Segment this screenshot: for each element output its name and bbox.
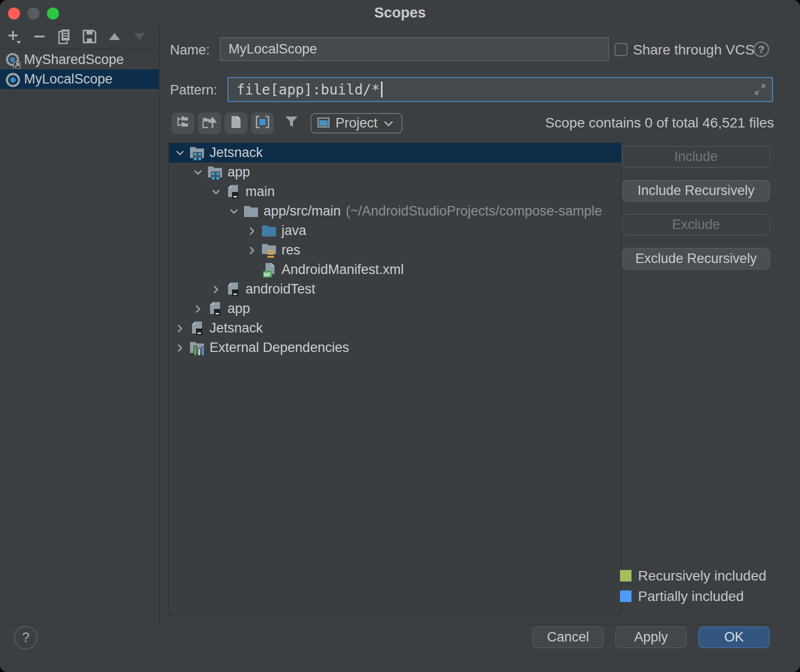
ok-button[interactable]: OK [698,626,770,648]
tree-view-toolbar: Project [172,112,402,134]
svg-text:MF: MF [264,272,271,277]
local-scope-icon [5,72,20,87]
source-folder-icon [261,223,277,239]
tree-node-path-annotation: (~/AndroidStudioProjects/compose-sample [346,204,602,219]
tree-row-java[interactable]: java [169,221,621,240]
cancel-button[interactable]: Cancel [532,626,604,648]
scope-list: MySharedScope MyLocalScope [0,50,159,89]
tree-node-label: app/src/main [264,204,341,219]
move-up-scope-button[interactable] [107,29,122,46]
legend-label: Recursively included [638,568,766,584]
tree-node-label: External Dependencies [210,340,349,356]
compact-folders-icon [202,115,217,131]
dialog-title: Scopes [0,0,800,25]
chevron-right-icon[interactable] [246,224,258,238]
tree-node-label: AndroidManifest.xml [282,262,404,278]
tree-row-main[interactable]: main [169,182,621,202]
dialog-buttons: CancelApplyOK [532,626,770,648]
legend: Recursively included Partially included [620,566,766,606]
tree-row-androidmanifest-xml[interactable]: MFAndroidManifest.xml [169,260,621,280]
legend-label: Partially included [638,588,744,604]
include-exclude-buttons: IncludeInclude RecursivelyExcludeExclude… [622,146,770,282]
scope-list-item-mysharedscope[interactable]: MySharedScope [0,50,159,70]
pattern-label: Pattern: [170,82,218,98]
copy-scope-button[interactable] [57,29,72,46]
text-caret [381,82,382,98]
chevron-right-icon[interactable] [210,283,222,296]
save-icon [82,29,97,46]
remove-scope-button[interactable] [32,29,47,46]
tree-node-label: main [246,184,275,200]
scope-list-toolbar [0,26,159,50]
exclude-recursively-button[interactable]: Exclude Recursively [622,248,770,270]
include-recursively-button[interactable]: Include Recursively [622,180,770,202]
chevron-right-icon[interactable] [192,302,204,316]
tree-row-app-src-main[interactable]: app/src/main(~/AndroidStudioProjects/com… [169,202,621,221]
scope-name: MySharedScope [24,52,124,68]
project-view-icon [318,116,330,131]
expand-field-icon[interactable] [753,82,767,100]
chevron-down-icon[interactable] [228,205,240,218]
chevron-down-icon[interactable] [210,186,222,198]
chevron-down-icon[interactable] [174,146,186,160]
title-bar: Scopes [0,0,800,25]
libraries-folder-icon [189,340,205,356]
project-view-dropdown[interactable]: Project [310,113,402,134]
chevron-right-icon[interactable] [174,322,186,335]
share-through-vcs-checkbox[interactable] [614,43,628,56]
folder-icon [243,204,259,220]
include-button: Include [622,146,770,168]
chevron-right-icon[interactable] [174,342,186,354]
footer-bar: ? CancelApplyOK [0,624,800,672]
chevron-right-icon[interactable] [246,244,258,257]
tree-node-label: androidTest [246,282,316,297]
tree-structure-toggle-button[interactable] [172,112,194,134]
tree-row-external-dependencies[interactable]: External Dependencies [169,338,621,358]
chevron-down-icon [384,116,394,131]
vcs-help-icon[interactable]: ? [754,42,769,57]
exclude-button: Exclude [622,214,770,236]
tree-row-androidtest[interactable]: androidTest [169,280,621,299]
android-module-folder-icon [207,164,223,180]
scope-name-input[interactable]: MyLocalScope [220,38,609,61]
scope-name: MyLocalScope [24,72,112,87]
scope-list-item-mylocalscope[interactable]: MyLocalScope [0,70,159,89]
add-icon [7,28,22,46]
tree-row-jetsnack[interactable]: Jetsnack [169,143,621,162]
scope-summary: Scope contains 0 of total 46,521 files [545,115,774,131]
module-icon [225,184,241,200]
file-tree: Jetsnackappmainapp/src/main(~/AndroidStu… [168,142,622,614]
tree-row-app[interactable]: app [169,162,621,182]
compact-folders-toggle-button[interactable] [198,112,221,134]
scope-list-panel: MySharedScope MyLocalScope [0,26,160,624]
legend-item: Recursively included [620,566,766,586]
module-icon [207,301,223,317]
tree-node-label: Jetsnack [210,145,263,160]
module-icon [189,320,205,336]
add-scope-button[interactable] [7,29,22,46]
help-button[interactable]: ? [14,626,38,650]
tree-row-jetsnack[interactable]: Jetsnack [169,318,621,338]
move-down-scope-button[interactable] [132,29,147,46]
show-files-toggle-button[interactable] [224,112,248,134]
legend-color-swatch [620,590,632,602]
pattern-input[interactable]: file[app]:build/* [228,77,773,102]
project-view-label: Project [336,116,378,131]
chevron-down-icon[interactable] [192,166,204,179]
tree-node-label: app [228,164,250,180]
tree-node-label: java [282,223,306,238]
filter-button[interactable] [280,112,302,134]
tree-row-res[interactable]: res [169,240,621,260]
filter-icon [284,115,298,131]
name-label: Name: [170,42,210,58]
tree-node-label: Jetsnack [210,320,263,336]
scopes-dialog: Scopes MySharedScope MyLocalScope Name: … [0,0,800,672]
move-up-icon [108,32,121,44]
resources-folder-icon [261,242,277,258]
save-scope-button[interactable] [82,29,97,46]
apply-button[interactable]: Apply [616,626,686,648]
show-included-only-toggle-button[interactable] [251,112,274,134]
tree-row-app[interactable]: app [169,299,621,318]
scope-name-value: MyLocalScope [228,42,317,57]
show-files-icon [230,115,242,131]
